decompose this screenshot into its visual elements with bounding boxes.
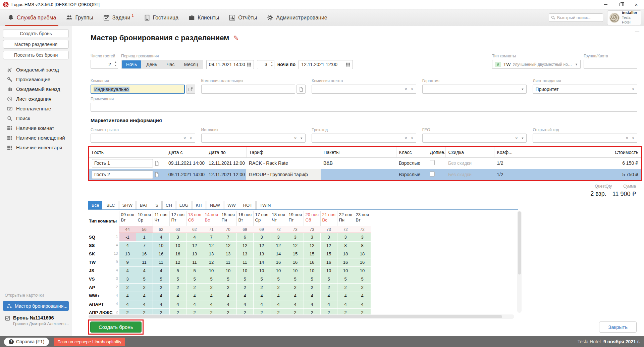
availability-cell[interactable]: 2 bbox=[236, 283, 253, 292]
availability-cell[interactable]: 10 bbox=[169, 241, 186, 250]
sidebar-item-inventory-availability[interactable]: Наличие инвентаря bbox=[0, 143, 72, 152]
availability-cell[interactable]: 4 bbox=[304, 292, 320, 300]
availability-cell[interactable]: -1 bbox=[119, 233, 136, 241]
menu-item-tasks[interactable]: Задачи1 bbox=[98, 9, 139, 26]
extra-bed-checkbox[interactable] bbox=[430, 160, 435, 165]
guest-table-row[interactable]: 09.11.2021 14:0012.11.2021 12:00GROUP - … bbox=[89, 169, 641, 180]
availability-cell[interactable]: 4 bbox=[203, 300, 220, 308]
menu-item-reception[interactable]: Служба приёма bbox=[3, 9, 61, 26]
payer-document-button[interactable] bbox=[297, 85, 306, 94]
quest-qty-label[interactable]: QuestQty bbox=[595, 184, 612, 189]
sidebar-item-waitlist[interactable]: Лист ожидания bbox=[0, 94, 72, 104]
availability-cell[interactable]: 2 bbox=[136, 283, 153, 292]
availability-cell[interactable]: 16 bbox=[136, 250, 153, 258]
availability-cell[interactable]: 2 bbox=[203, 283, 220, 292]
availability-cell[interactable]: 4 bbox=[119, 266, 136, 275]
availability-cell[interactable]: 5 bbox=[337, 275, 354, 283]
room-filter-tab-WW[interactable]: WW bbox=[224, 201, 239, 209]
user-card[interactable]: installer Tesla Hotel bbox=[607, 10, 641, 25]
availability-cell[interactable]: 3 bbox=[354, 233, 371, 241]
availability-cell[interactable]: 5 bbox=[287, 275, 304, 283]
availability-cell[interactable]: 11 bbox=[153, 258, 169, 266]
guarantee-select[interactable]: ▼ bbox=[422, 85, 527, 94]
clear-icon[interactable]: × bbox=[624, 136, 630, 141]
marketing-field-select[interactable]: ×▼ bbox=[312, 134, 416, 143]
availability-cell[interactable]: 4 bbox=[337, 292, 354, 300]
availability-cell[interactable]: 16 bbox=[304, 258, 320, 266]
availability-cell[interactable]: 4 bbox=[119, 241, 136, 250]
availability-cell[interactable]: 5 bbox=[304, 275, 320, 283]
create-booking-button[interactable]: Создать бронь bbox=[90, 321, 142, 333]
availability-cell[interactable]: 10 bbox=[320, 266, 337, 275]
availability-cell[interactable]: 8 bbox=[337, 241, 354, 250]
availability-cell[interactable]: 13 bbox=[253, 250, 270, 258]
availability-cell[interactable]: 15 bbox=[287, 250, 304, 258]
availability-cell[interactable]: 16 bbox=[169, 250, 186, 258]
availability-cell[interactable]: 4 bbox=[220, 292, 236, 300]
availability-cell[interactable]: 5 bbox=[153, 275, 169, 283]
menu-item-hotel[interactable]: Гостиница bbox=[139, 9, 184, 26]
availability-cell[interactable]: 3 bbox=[304, 233, 320, 241]
availability-cell[interactable]: 5 bbox=[186, 275, 203, 283]
availability-cell[interactable]: 12 bbox=[304, 241, 320, 250]
minimize-button[interactable] bbox=[598, 0, 613, 9]
availability-cell[interactable]: 10 bbox=[220, 266, 236, 275]
availability-cell[interactable]: 4 bbox=[136, 292, 153, 300]
availability-cell[interactable]: 5 bbox=[220, 275, 236, 283]
room-filter-tab-NEW[interactable]: NEW bbox=[207, 201, 223, 209]
availability-cell[interactable]: 4 bbox=[153, 292, 169, 300]
room-filter-tab-HOT[interactable]: HOT bbox=[240, 201, 256, 209]
availability-cell[interactable]: 3 bbox=[320, 233, 337, 241]
quick-search-input[interactable] bbox=[557, 15, 601, 20]
edit-title-icon[interactable]: ✎ bbox=[233, 34, 238, 42]
availability-cell[interactable]: 13 bbox=[220, 250, 236, 258]
availability-cell[interactable]: 2 bbox=[186, 283, 203, 292]
room-filter-tab-S[interactable]: S bbox=[152, 201, 162, 209]
calendar-grid-icon[interactable] bbox=[247, 62, 251, 67]
availability-cell[interactable]: 5 bbox=[136, 275, 153, 283]
availability-cell[interactable]: 5 bbox=[169, 266, 186, 275]
availability-cell[interactable]: 4 bbox=[153, 266, 169, 275]
availability-cell[interactable]: 10 bbox=[354, 266, 371, 275]
availability-cell[interactable]: 4 bbox=[169, 300, 186, 308]
scrollbar-thumb[interactable] bbox=[89, 315, 502, 318]
availability-cell[interactable]: 4 bbox=[236, 292, 253, 300]
availability-cell[interactable]: 13 bbox=[119, 250, 136, 258]
period-option-День[interactable]: День bbox=[142, 60, 161, 68]
availability-cell[interactable]: 13 bbox=[236, 250, 253, 258]
maximize-button[interactable] bbox=[613, 0, 629, 9]
availability-cell[interactable]: 16 bbox=[337, 258, 354, 266]
menu-item-admin[interactable]: Администрирование bbox=[262, 9, 332, 26]
availability-cell[interactable]: 12 bbox=[220, 241, 236, 250]
availability-cell[interactable]: 13 bbox=[186, 250, 203, 258]
sidebar-item-space-availability[interactable]: Наличие помещений bbox=[0, 133, 72, 143]
availability-cell[interactable]: 12 bbox=[186, 241, 203, 250]
availability-cell[interactable]: 2 bbox=[153, 283, 169, 292]
availability-cell[interactable]: 12 bbox=[203, 258, 220, 266]
availability-cell[interactable]: 4 bbox=[253, 300, 270, 308]
availability-cell[interactable]: 2 bbox=[270, 283, 287, 292]
availability-cell[interactable]: 4 bbox=[320, 292, 337, 300]
availability-cell[interactable]: 4 bbox=[119, 292, 136, 300]
collapse-icon[interactable]: — bbox=[635, 29, 639, 34]
clear-icon[interactable]: × bbox=[403, 87, 409, 92]
availability-cell[interactable]: 4 bbox=[270, 292, 287, 300]
sidebar-item-expected-departure[interactable]: Ожидаемый выезд bbox=[0, 84, 72, 94]
availability-cell[interactable]: 4 bbox=[236, 300, 253, 308]
room-filter-tab-CH[interactable]: CH bbox=[162, 201, 175, 209]
availability-cell[interactable]: 4 bbox=[153, 300, 169, 308]
availability-cell[interactable]: 4 bbox=[136, 300, 153, 308]
open-card-booking-wizard[interactable]: Мастер бронирования... bbox=[3, 301, 69, 311]
scrollbar-thumb[interactable] bbox=[518, 211, 521, 275]
availability-cell[interactable]: 4 bbox=[253, 292, 270, 300]
availability-cell[interactable]: 4 bbox=[270, 300, 287, 308]
availability-cell[interactable]: 10 bbox=[337, 266, 354, 275]
availability-cell[interactable]: 14 bbox=[270, 250, 287, 258]
availability-cell[interactable]: 16 bbox=[153, 250, 169, 258]
availability-cell[interactable]: 11 bbox=[136, 258, 153, 266]
availability-cell[interactable]: 18 bbox=[337, 250, 354, 258]
availability-cell[interactable]: 1 bbox=[136, 233, 153, 241]
clear-icon[interactable]: × bbox=[514, 136, 519, 141]
rate-cell[interactable]: GROUP - Групповой тариф bbox=[246, 169, 321, 180]
sidebar-item-search[interactable]: Поиск bbox=[0, 113, 72, 123]
